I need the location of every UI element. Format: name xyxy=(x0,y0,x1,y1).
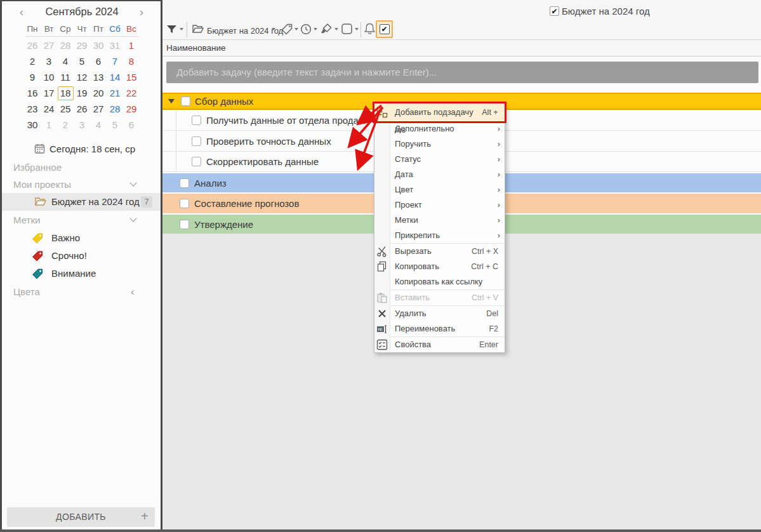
menu-item-copy-as-link[interactable]: Копировать как ссылку xyxy=(374,274,505,289)
show-completed-toggle[interactable]: ✔ xyxy=(376,20,393,38)
calendar-day[interactable]: 30 xyxy=(90,37,107,53)
menu-item-status[interactable]: Статус › xyxy=(374,152,505,167)
calendar-day[interactable]: 1 xyxy=(123,37,140,53)
calendar-day[interactable]: 30 xyxy=(24,117,41,133)
menu-item-properties[interactable]: Свойства Enter xyxy=(374,337,505,352)
chevron-down-icon[interactable] xyxy=(129,215,136,222)
calendar-day[interactable]: 5 xyxy=(74,53,90,69)
menu-item-labels[interactable]: Метки › xyxy=(374,213,505,228)
calendar-day[interactable]: 12 xyxy=(74,69,90,85)
task-checkbox[interactable] xyxy=(192,157,201,166)
calendar-day[interactable]: 31 xyxy=(107,37,123,53)
today-label[interactable]: Сегодня: 18 сен, ср xyxy=(50,143,135,154)
column-header-name[interactable]: Наименование xyxy=(166,40,226,56)
calendar-day-today[interactable]: 18 xyxy=(57,85,74,101)
toolbar-divider xyxy=(187,22,187,37)
menu-item-color[interactable]: Цвет › xyxy=(374,182,505,197)
sidebar-section-colors[interactable]: Цвета xyxy=(13,286,40,297)
calendar-day[interactable]: 4 xyxy=(90,117,107,133)
calendar-day[interactable]: 3 xyxy=(74,117,90,133)
menu-item-copy[interactable]: Копировать Ctrl + C xyxy=(374,259,505,274)
menu-item-project[interactable]: Проект › xyxy=(374,197,505,213)
chevron-down-icon[interactable] xyxy=(129,179,136,186)
task-checkbox[interactable] xyxy=(181,96,190,106)
task-checkbox[interactable] xyxy=(192,116,201,125)
project-title-checkbox[interactable]: ✔ Бюджет на 2024 год xyxy=(550,6,650,17)
menu-item-more[interactable]: Дополнительно › xyxy=(374,121,505,136)
calendar-day[interactable]: 29 xyxy=(74,37,90,53)
calendar-day[interactable]: 23 xyxy=(24,101,41,117)
bell-icon[interactable] xyxy=(364,22,376,35)
brush-dropdown-caret[interactable] xyxy=(334,28,338,30)
task-checkbox[interactable] xyxy=(180,178,189,188)
checkbox-dropdown-caret[interactable] xyxy=(355,28,359,30)
calendar-day[interactable]: 19 xyxy=(74,85,90,101)
calendar-day[interactable]: 28 xyxy=(57,37,74,53)
menu-item-assign[interactable]: Поручить › xyxy=(374,136,505,152)
calendar-day[interactable]: 15 xyxy=(123,69,140,85)
calendar-day[interactable]: 3 xyxy=(41,53,57,69)
calendar-day[interactable]: 9 xyxy=(24,69,41,85)
menu-item-cut[interactable]: Вырезать Ctrl + X xyxy=(374,244,505,259)
calendar-day[interactable]: 17 xyxy=(41,85,57,101)
calendar-day[interactable]: 21 xyxy=(107,85,123,101)
calendar-day[interactable]: 6 xyxy=(90,53,107,69)
menu-shortcut: Enter xyxy=(479,337,498,352)
calendar-day[interactable]: 27 xyxy=(41,37,57,53)
sidebar-section-my-projects[interactable]: Мои проекты xyxy=(13,179,71,190)
calendar-day[interactable]: 7 xyxy=(107,53,123,69)
calendar-day[interactable]: 1 xyxy=(41,117,57,133)
add-task-input[interactable]: Добавить задачу (введите текст задачи и … xyxy=(166,62,758,83)
sidebar-tag-important[interactable]: Важно xyxy=(51,232,80,243)
toolbar-clock-icon[interactable] xyxy=(300,23,312,35)
toolbar-checkbox-icon[interactable] xyxy=(341,23,353,35)
project-dropdown-caret[interactable] xyxy=(272,28,275,30)
calendar-day[interactable]: 8 xyxy=(123,53,140,69)
calendar-next-button[interactable]: › xyxy=(135,5,149,19)
calendar-day[interactable]: 4 xyxy=(57,53,74,69)
calendar-day[interactable]: 11 xyxy=(57,69,74,85)
add-project-button[interactable]: ДОБАВИТЬ + xyxy=(7,507,155,527)
toolbar-tag-icon[interactable] xyxy=(281,23,293,35)
expand-triangle-icon[interactable] xyxy=(168,99,175,103)
clock-dropdown-caret[interactable] xyxy=(314,28,317,30)
calendar-day[interactable]: 5 xyxy=(107,117,123,133)
tag-dropdown-caret[interactable] xyxy=(294,28,298,30)
sidebar-section-favorites[interactable]: Избранное xyxy=(13,162,62,173)
calendar-day[interactable]: 20 xyxy=(90,85,107,101)
chevron-left-icon[interactable]: ‹ xyxy=(131,286,135,298)
toolbar-brush-icon[interactable] xyxy=(321,23,333,35)
menu-item-delete[interactable]: Удалить Del xyxy=(374,306,505,321)
calendar-day[interactable]: 29 xyxy=(123,101,140,117)
calendar-day[interactable]: 10 xyxy=(41,69,57,85)
calendar-day[interactable]: 26 xyxy=(74,101,90,117)
sidebar-tag-attention[interactable]: Внимание xyxy=(51,268,96,279)
calendar-day[interactable]: 6 xyxy=(123,117,140,133)
filter-icon[interactable] xyxy=(166,23,178,36)
sidebar-tag-urgent[interactable]: Срочно! xyxy=(51,250,87,261)
calendar-day[interactable]: 25 xyxy=(57,101,74,117)
menu-item-date[interactable]: Дата › xyxy=(374,167,505,182)
task-checkbox[interactable] xyxy=(192,136,201,146)
calendar-day[interactable]: 13 xyxy=(90,69,107,85)
toolbar-folder-icon[interactable] xyxy=(192,24,204,34)
menu-item-attach[interactable]: Прикрепить › xyxy=(374,228,505,243)
window-border xyxy=(0,0,162,1)
task-checkbox[interactable] xyxy=(180,199,189,208)
task-checkbox[interactable] xyxy=(180,220,189,229)
menu-item-rename[interactable]: re Переименовать F2 xyxy=(374,321,505,336)
filter-dropdown-caret[interactable] xyxy=(180,28,183,30)
menu-item-add-subtask[interactable]: Добавить подзадачу Alt + Ins xyxy=(374,103,505,121)
calendar-day[interactable]: 14 xyxy=(107,69,123,85)
calendar-day[interactable]: 22 xyxy=(123,85,140,101)
calendar-day[interactable]: 28 xyxy=(107,101,123,117)
calendar-day[interactable]: 26 xyxy=(24,37,41,53)
calendar-day[interactable]: 2 xyxy=(24,53,41,69)
calendar-day[interactable]: 24 xyxy=(41,101,57,117)
sidebar-project-name[interactable]: Бюджет на 2024 год xyxy=(51,196,140,207)
calendar-day[interactable]: 27 xyxy=(90,101,107,117)
calendar-day[interactable]: 2 xyxy=(57,117,74,133)
sidebar-section-labels[interactable]: Метки xyxy=(13,215,40,225)
toolbar-project-button[interactable]: Бюджет на 2024 год xyxy=(207,25,283,36)
calendar-day[interactable]: 16 xyxy=(24,85,41,101)
